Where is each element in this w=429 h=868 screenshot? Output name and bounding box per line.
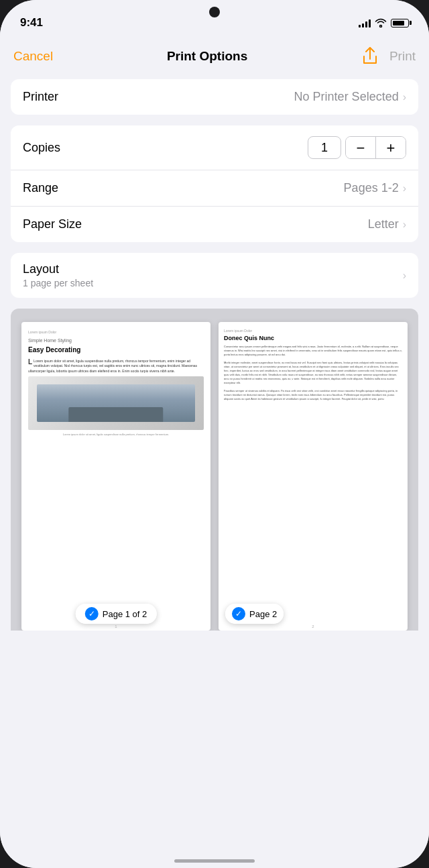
page2-body2: Morbi integer molestie, amet suspendisse… [224,361,402,385]
wifi-icon [375,18,387,28]
page1-subtitle: Simple Home Styling [28,337,204,344]
page-title: Print Options [167,49,247,64]
copies-label: Copies [23,141,60,155]
nav-right-actions: Print [361,47,416,66]
page1-image [28,376,204,430]
status-time: 9:41 [20,16,43,30]
layout-row[interactable]: Layout 1 page per sheet › [11,253,418,298]
paper-size-label: Paper Size [23,217,82,231]
print-button[interactable]: Print [389,49,416,64]
page1-caption: Lorem ipsum dolor sit amet, ligula suspe… [28,433,204,437]
options-section: Copies 1 − + Range Pages 1-2 › [11,125,418,242]
page2-number: 2 [312,625,314,629]
status-bar: 9:41 [0,0,429,36]
printer-value: No Printer Selected › [294,90,406,104]
share-icon[interactable] [361,47,379,66]
layout-label: Layout [23,262,59,276]
increment-button[interactable]: + [376,137,406,159]
page1-small-label: Lorem ipsum Dolor [28,330,204,335]
battery-fill [393,21,404,25]
copies-display: 1 [308,136,341,159]
copies-stepper: − + [345,136,406,159]
paper-size-chevron-icon: › [403,219,406,231]
preview-page-1[interactable]: Lorem ipsum Dolor Simple Home Styling Ea… [21,322,210,631]
battery-icon [391,19,409,28]
page1-badge-text: Page 1 of 2 [103,609,147,619]
range-label: Range [23,181,58,195]
printer-value-text: No Printer Selected [294,90,399,104]
nav-header: Cancel Print Options Print [0,36,429,74]
page2-check-icon: ✓ [232,607,245,620]
main-content: Cancel Print Options Print Printer No Pr… [0,36,429,868]
page2-title: Donec Quis Nunc [224,335,402,341]
signal-icon [359,18,371,28]
layout-sublabel: 1 page per sheet [23,278,93,288]
range-value-text: Pages 1-2 [344,181,399,195]
copies-row: Copies 1 − + [11,125,418,170]
phone-frame: 9:41 Cancel Print Options [0,0,429,868]
page2-badge-text: Page 2 [249,609,277,619]
page1-content: Lorem ipsum Dolor Simple Home Styling Ea… [21,322,210,442]
range-row[interactable]: Range Pages 1-2 › [11,170,418,207]
printer-chevron-icon: › [403,91,406,103]
printer-label: Printer [23,90,58,104]
paper-size-value: Letter › [368,217,406,231]
layout-section: Layout 1 page per sheet › [11,253,418,298]
page2-body: Consectetur arcu ipsum ornare pellentesq… [224,345,402,357]
home-indicator [174,859,255,863]
range-chevron-icon: › [403,182,406,195]
page1-badge: ✓ Page 1 of 2 [76,604,157,624]
page2-badge: ✓ Page 2 [225,604,284,624]
copies-control: 1 − + [308,136,406,159]
paper-size-row[interactable]: Paper Size Letter › [11,207,418,242]
printer-row[interactable]: Printer No Printer Selected › [11,79,418,115]
page1-check-icon: ✓ [85,607,99,620]
page1-body: Lorem ipsum dolor sit amet, ligula suspe… [28,359,197,373]
preview-page-2[interactable]: Lorem ipsum Dolor Donec Quis Nunc Consec… [219,322,408,631]
page2-content: Lorem ipsum Dolor Donec Quis Nunc Consec… [219,322,408,408]
page1-title: Easy Decorating [28,345,204,355]
layout-chevron-icon: › [403,270,406,282]
page1-number: 1 [115,625,117,629]
paper-size-value-text: Letter [368,217,399,231]
decrement-button[interactable]: − [346,137,375,159]
cancel-button[interactable]: Cancel [13,49,53,64]
front-camera [209,7,220,17]
range-value: Pages 1-2 › [344,181,406,195]
printer-section: Printer No Printer Selected › [11,79,418,115]
status-icons [359,18,409,28]
preview-area: Lorem ipsum Dolor Simple Home Styling Ea… [11,309,418,631]
